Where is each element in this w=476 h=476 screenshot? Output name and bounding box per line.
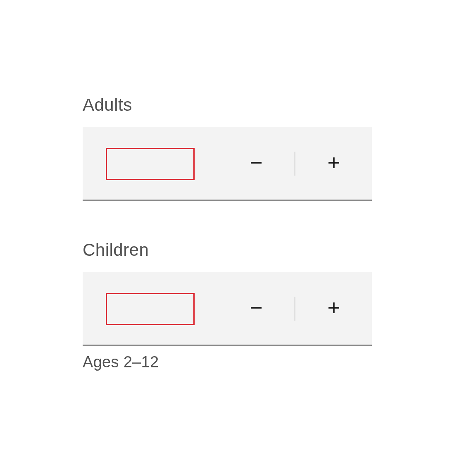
adults-group: Adults (83, 95, 372, 201)
adults-stepper (83, 127, 372, 201)
plus-icon (326, 155, 342, 172)
children-label: Children (83, 240, 372, 260)
minus-icon (248, 155, 264, 172)
children-controls (218, 272, 372, 345)
plus-icon (326, 300, 342, 317)
children-helper-text: Ages 2–12 (83, 353, 372, 371)
adults-label: Adults (83, 95, 372, 115)
passenger-steppers: Adults (83, 95, 372, 410)
children-value-input[interactable] (106, 293, 195, 325)
adults-decrement-button[interactable] (218, 127, 294, 200)
children-increment-button[interactable] (295, 272, 372, 345)
adults-value-input[interactable] (106, 148, 195, 180)
children-stepper (83, 272, 372, 346)
children-group: Children (83, 240, 372, 371)
adults-controls (218, 127, 372, 200)
adults-increment-button[interactable] (295, 127, 372, 200)
children-decrement-button[interactable] (218, 272, 294, 345)
minus-icon (248, 300, 264, 317)
